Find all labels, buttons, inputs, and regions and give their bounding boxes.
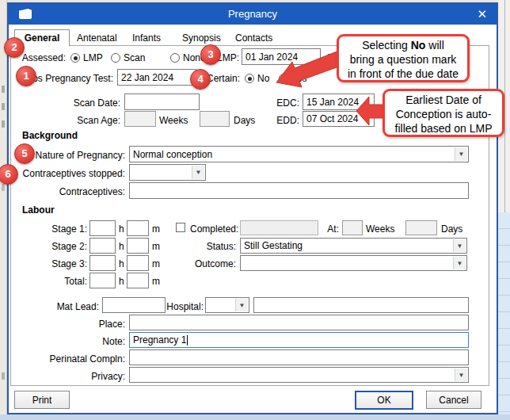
privacy-label: Privacy: [91, 371, 125, 383]
stage1-minutes-field[interactable] [127, 220, 149, 236]
at-weeks-field[interactable] [342, 220, 363, 235]
pos-pregnancy-test-field[interactable]: 22 Jan 2024 [117, 69, 196, 86]
stage3-h-label: h [119, 258, 124, 270]
at-days-field[interactable] [405, 220, 437, 235]
step-badge-3: 3 [200, 44, 221, 65]
background-window-sliver-right [498, 0, 510, 414]
step-badge-1: 1 [16, 66, 36, 86]
contraceptives-stopped-select[interactable]: ▼ [129, 164, 206, 181]
edd-label: EDD: [276, 115, 299, 127]
stage2-minutes-field[interactable] [127, 238, 149, 254]
certain-yes-option-label[interactable]: Yes [291, 73, 307, 85]
nature-of-pregnancy-label: Nature of Pregnancy: [36, 150, 125, 162]
contraceptives-stopped-label: Contraceptives stopped: [23, 168, 125, 180]
mat-lead-label: Mat Lead: [57, 301, 99, 313]
background-text-fragments [2, 86, 5, 93]
certain-yes-radio[interactable] [279, 74, 288, 83]
background-window-sliver-left [0, 0, 7, 414]
background-section-title: Background [22, 130, 78, 141]
close-icon[interactable]: ✕ [477, 7, 487, 21]
scan-date-field[interactable] [124, 94, 200, 110]
at-weeks-label: Weeks [366, 223, 394, 235]
tab-infants[interactable]: Infants [132, 32, 161, 44]
chevron-down-icon[interactable]: ▼ [453, 239, 466, 252]
stage2-m-label: m [152, 241, 160, 253]
background-table-rows [498, 212, 510, 414]
assessed-scan-option-label[interactable]: Scan [124, 52, 145, 64]
hospital-select[interactable]: ▼ [205, 297, 249, 313]
total-minutes-field[interactable] [127, 273, 149, 288]
status-select[interactable]: Still Gestating ▼ [240, 238, 467, 254]
contraceptives-label: Contraceptives: [59, 186, 125, 198]
total-hours-field[interactable] [89, 273, 116, 288]
print-button[interactable]: Print [14, 391, 70, 409]
stage2-h-label: h [119, 241, 124, 253]
scan-date-label: Scan Date: [74, 97, 120, 109]
place-label: Place: [99, 319, 125, 330]
chevron-down-icon[interactable]: ▼ [455, 147, 467, 161]
privacy-select[interactable]: ▼ [129, 367, 469, 383]
callout-edc-autofill: Earliest Date of Conception is auto- fil… [382, 89, 504, 137]
chevron-down-icon[interactable]: ▼ [235, 299, 248, 311]
edc-label: EDC: [276, 97, 299, 109]
at-label: At: [327, 223, 339, 235]
assessed-label: Assessed: [22, 52, 66, 64]
labour-section-title: Labour [22, 204, 55, 216]
stage2-label: Stage 2: [51, 241, 87, 253]
scan-age-days-field[interactable] [200, 111, 230, 127]
scan-age-label: Scan Age: [77, 115, 120, 127]
perinatal-compln-label: Perinatal Compln: [50, 353, 125, 365]
assessed-none-radio[interactable] [170, 53, 180, 63]
edd-field[interactable]: 07 Oct 2024 [303, 111, 375, 127]
text-caret [187, 335, 188, 346]
completed-label[interactable]: Completed: [190, 223, 238, 235]
note-field[interactable]: Pregnancy 1 [129, 332, 469, 348]
pos-pregnancy-test-label: Pos Pregnancy Test: [26, 73, 113, 85]
window-title: Pregnancy [9, 8, 497, 20]
tab-contacts[interactable]: Contacts [235, 32, 272, 44]
assessed-lmp-radio[interactable] [70, 53, 80, 63]
certain-label: Certain: [207, 73, 240, 85]
total-label: Total: [64, 276, 87, 288]
nature-of-pregnancy-select[interactable]: Normal conception ▼ [129, 146, 469, 162]
stage3-m-label: m [152, 258, 160, 270]
stage1-hours-field[interactable] [89, 220, 116, 236]
chevron-down-icon[interactable]: ▼ [453, 257, 466, 269]
stage1-h-label: h [119, 223, 124, 235]
completed-date-field [240, 220, 318, 235]
tab-synopsis[interactable]: Synopsis [182, 32, 221, 44]
stage3-hours-field[interactable] [89, 255, 116, 271]
scan-age-weeks-label: Weeks [159, 115, 188, 127]
completed-checkbox[interactable] [176, 223, 185, 232]
perinatal-compln-field[interactable] [129, 349, 469, 365]
step-badge-4: 4 [190, 69, 211, 90]
stage2-hours-field[interactable] [89, 238, 116, 254]
place-field[interactable] [129, 315, 469, 330]
note-value: Pregnancy 1 [133, 334, 186, 346]
stage3-minutes-field[interactable] [127, 255, 149, 271]
cancel-button[interactable]: Cancel [426, 391, 481, 409]
outcome-select[interactable]: ▼ [240, 255, 467, 271]
titlebar[interactable]: Pregnancy ✕ [9, 4, 497, 25]
stage1-label: Stage 1: [51, 223, 87, 235]
ok-button[interactable]: OK [355, 391, 413, 410]
status-label: Status: [207, 241, 236, 253]
scan-age-days-label: Days [234, 115, 255, 127]
lmp-date-field[interactable]: 01 Jan 2024 [242, 48, 321, 65]
scan-age-weeks-field[interactable] [124, 111, 156, 127]
hospital-name-field[interactable] [253, 297, 469, 313]
chevron-down-icon[interactable]: ▼ [192, 166, 204, 179]
mat-lead-field[interactable] [102, 297, 166, 313]
hospital-label: Hospital: [166, 301, 204, 313]
assessed-lmp-option-label[interactable]: LMP [83, 52, 103, 64]
assessed-scan-radio[interactable] [111, 53, 120, 63]
nature-of-pregnancy-value: Normal conception [133, 149, 212, 160]
chevron-down-icon[interactable]: ▼ [455, 368, 467, 381]
tab-antenatal[interactable]: Antenatal [77, 32, 117, 44]
edc-field[interactable]: 15 Jan 2024 [303, 94, 375, 110]
certain-no-option-label[interactable]: No [257, 73, 269, 85]
contraceptives-field[interactable] [129, 182, 469, 199]
outcome-label: Outcome: [195, 258, 236, 270]
certain-no-radio[interactable] [245, 74, 254, 83]
background-window-sliver-bottom [0, 414, 510, 420]
